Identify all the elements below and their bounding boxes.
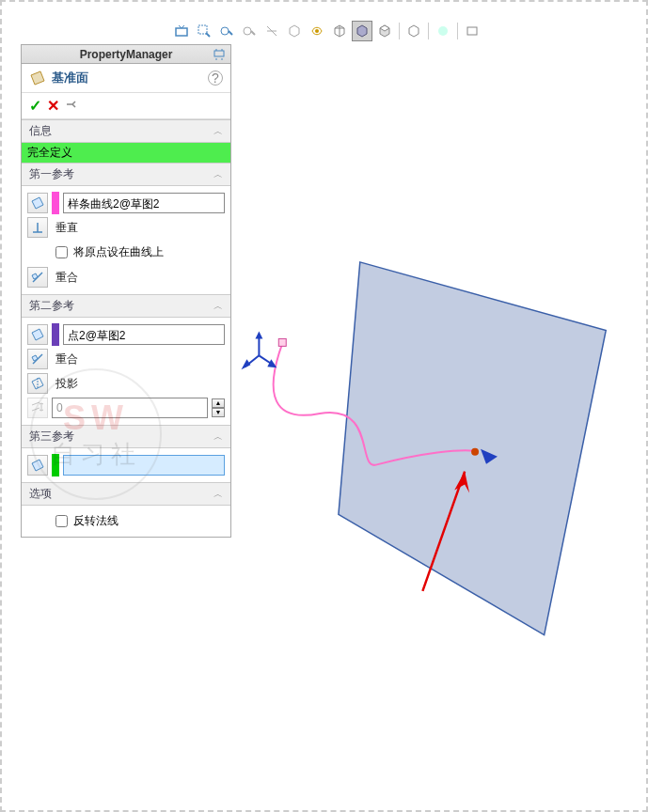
- selection-icon[interactable]: [27, 455, 48, 476]
- status-fully-defined: 完全定义: [22, 143, 230, 163]
- separator: [399, 23, 400, 39]
- ref2-coincident-label: 重合: [52, 351, 78, 367]
- perpendicular-label: 垂直: [52, 220, 78, 236]
- hide-show-icon[interactable]: [403, 21, 424, 41]
- spinner-up[interactable]: ▲: [212, 398, 225, 408]
- feature-name: 基准面: [52, 70, 88, 86]
- previous-view-icon[interactable]: [216, 21, 237, 41]
- second-reference-body: 点2@草图2 重合 投影 ▲▼: [22, 318, 230, 425]
- svg-point-3: [244, 27, 251, 35]
- ref3-header-label: 第三参考: [29, 429, 74, 445]
- panel-title-bar: PropertyManager: [22, 45, 230, 64]
- distance-spinner[interactable]: ▲▼: [212, 398, 225, 417]
- third-reference-header[interactable]: 第三参考 ︿: [22, 425, 230, 448]
- chevron-up-icon: ︿: [213, 300, 223, 313]
- annotation-arrow-shaft: [422, 472, 465, 591]
- svg-rect-6: [467, 27, 477, 35]
- svg-rect-7: [214, 51, 224, 56]
- svg-point-2: [221, 27, 229, 35]
- chevron-up-icon: ︿: [213, 168, 223, 181]
- property-manager-panel: PropertyManager 基准面 ? ✓ ✕ 信息 ︿ 完全定义 第一参考…: [21, 44, 231, 538]
- spinner-down[interactable]: ▼: [212, 408, 225, 417]
- svg-line-9: [245, 355, 259, 367]
- view-settings-icon[interactable]: [462, 21, 482, 41]
- panel-title: PropertyManager: [80, 48, 173, 61]
- ref1-color-chip: [52, 192, 59, 214]
- svg-line-10: [259, 355, 273, 365]
- ok-button[interactable]: ✓: [29, 97, 41, 115]
- ref2-header-label: 第二参考: [29, 298, 74, 314]
- options-body: 反转法线: [22, 506, 230, 537]
- separator: [457, 23, 458, 39]
- flip-normal-label: 反转法线: [73, 513, 119, 529]
- preview-plane: [339, 262, 606, 635]
- info-header-label: 信息: [29, 123, 52, 139]
- display-style-shaded-icon[interactable]: [352, 21, 372, 41]
- display-style-shaded-edges-icon[interactable]: [374, 21, 395, 41]
- appearance-icon[interactable]: [307, 21, 327, 41]
- offset-distance-input[interactable]: [52, 398, 208, 418]
- project-icon[interactable]: [27, 373, 48, 394]
- tangent-arrow: [481, 449, 498, 464]
- apply-scene-icon[interactable]: [433, 21, 453, 41]
- first-reference-header[interactable]: 第一参考 ︿: [22, 163, 230, 186]
- zoom-area-icon[interactable]: [194, 21, 214, 41]
- options-header-label: 选项: [29, 486, 52, 502]
- separator: [428, 23, 429, 39]
- options-header[interactable]: 选项 ︿: [22, 482, 230, 506]
- cancel-button[interactable]: ✕: [47, 97, 59, 115]
- ref1-header-label: 第一参考: [29, 166, 74, 182]
- first-reference-body: 样条曲线2@草图2 垂直 将原点设在曲线上 重合: [22, 186, 230, 294]
- coincident-icon[interactable]: [27, 349, 48, 369]
- zoom-fit-icon[interactable]: [171, 21, 192, 41]
- origin-on-curve-label: 将原点设在曲线上: [73, 244, 164, 260]
- help-icon[interactable]: ?: [208, 70, 223, 86]
- sketch-point: [471, 448, 479, 456]
- ref3-entity-input[interactable]: [63, 455, 225, 476]
- spline-curve: [274, 343, 474, 464]
- ref2-project-label: 投影: [52, 376, 78, 392]
- view-toolbar: [171, 21, 482, 41]
- third-reference-body: [22, 448, 230, 482]
- selection-icon[interactable]: [27, 324, 48, 345]
- chevron-up-icon: ︿: [213, 430, 223, 444]
- ref2-color-chip: [52, 323, 59, 346]
- offset-distance-icon: [27, 398, 48, 418]
- ref3-color-chip: [52, 454, 59, 476]
- action-row: ✓ ✕: [22, 93, 230, 119]
- spline-endpoint: [278, 338, 286, 346]
- origin-triad: [242, 331, 277, 369]
- chevron-up-icon: ︿: [213, 125, 223, 138]
- coincident-icon[interactable]: [27, 267, 48, 288]
- flip-normal-checkbox[interactable]: [55, 515, 68, 527]
- plane-feature-icon: [29, 70, 46, 86]
- second-reference-header[interactable]: 第二参考 ︿: [22, 294, 230, 318]
- view-orientation-icon[interactable]: [284, 21, 305, 41]
- ref2-entity-input[interactable]: 点2@草图2: [63, 324, 225, 345]
- chevron-up-icon: ︿: [213, 488, 223, 501]
- selection-icon[interactable]: [27, 193, 48, 213]
- svg-rect-1: [198, 25, 207, 34]
- origin-on-curve-checkbox[interactable]: [55, 246, 68, 258]
- annotation-arrow-head: [454, 472, 469, 493]
- svg-point-5: [438, 26, 448, 36]
- ref1-coincident-label: 重合: [52, 270, 78, 286]
- info-section-header[interactable]: 信息 ︿: [22, 119, 230, 143]
- feature-title-row: 基准面 ?: [22, 64, 230, 93]
- ref1-entity-input[interactable]: 样条曲线2@草图2: [63, 193, 225, 213]
- perpendicular-icon[interactable]: [27, 217, 48, 238]
- keep-visible-icon[interactable]: [65, 98, 78, 114]
- panel-pushpin-icon[interactable]: [212, 47, 227, 62]
- display-style-wireframe-icon[interactable]: [329, 21, 350, 41]
- svg-point-4: [315, 29, 319, 33]
- dynamic-zoom-icon[interactable]: [261, 21, 282, 41]
- section-view-icon[interactable]: [239, 21, 260, 41]
- svg-rect-0: [176, 28, 187, 36]
